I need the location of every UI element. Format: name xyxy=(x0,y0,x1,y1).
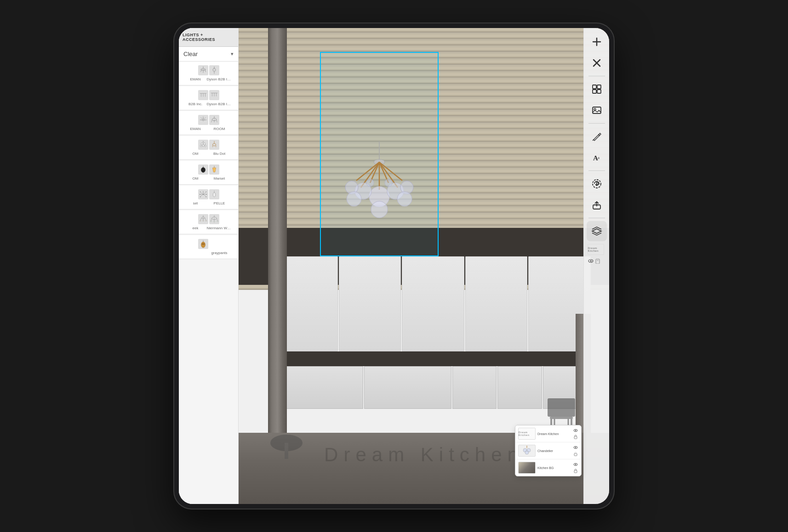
svg-point-49 xyxy=(206,192,206,192)
product-thumbnail xyxy=(209,65,219,75)
sidebar-header: LIGHTS + ACCESSORIES xyxy=(179,28,238,47)
share-button[interactable] xyxy=(587,195,607,215)
remove-button[interactable] xyxy=(587,53,607,73)
eye-icon[interactable] xyxy=(573,428,578,433)
svg-line-66 xyxy=(211,218,211,221)
eye-icon[interactable] xyxy=(573,462,578,467)
layer-item-chandelier[interactable]: Chandelier xyxy=(515,442,581,459)
filter-clear-button[interactable]: Clear ▾ xyxy=(179,47,238,62)
layer-text-preview: Dream Kitchen xyxy=(519,431,535,436)
svg-point-38 xyxy=(201,168,205,173)
product-thumbnail xyxy=(209,90,219,100)
svg-line-42 xyxy=(200,192,202,194)
list-item[interactable]: EMAN ROOM xyxy=(179,111,238,135)
item-brand-right: graypants xyxy=(207,251,232,255)
layer-eye-icon[interactable] xyxy=(587,257,607,265)
layer-item-kitchen[interactable]: Kitchen BG xyxy=(515,459,581,476)
lower-cabinets xyxy=(276,366,587,409)
text-button[interactable]: A a xyxy=(587,147,607,168)
product-thumbnail xyxy=(209,239,219,249)
svg-rect-125 xyxy=(574,436,577,439)
svg-rect-108 xyxy=(593,90,596,93)
chevron-down-icon: ▾ xyxy=(231,51,234,57)
svg-point-69 xyxy=(210,221,211,222)
layer-thumbnail: Dream Kitchen xyxy=(518,428,536,440)
svg-line-58 xyxy=(200,218,201,220)
toolbar-divider xyxy=(588,170,605,171)
list-item[interactable]: EMAN Dyson B2B Inc. xyxy=(179,62,238,85)
product-thumbnail xyxy=(198,115,208,125)
svg-rect-109 xyxy=(597,90,601,93)
svg-line-46 xyxy=(200,195,202,197)
svg-line-59 xyxy=(205,218,206,220)
product-thumbnail xyxy=(209,189,219,199)
unlock-icon[interactable] xyxy=(573,451,578,457)
add-button[interactable] xyxy=(587,32,607,52)
lock-icon[interactable] xyxy=(573,468,578,474)
svg-rect-110 xyxy=(593,107,601,113)
svg-line-43 xyxy=(204,192,206,194)
layer-item-text[interactable]: Dream Kitchen Dream Kitchen xyxy=(515,425,581,442)
svg-rect-76 xyxy=(550,417,573,419)
item-brand-left: OM xyxy=(185,176,206,181)
svg-line-26 xyxy=(216,119,217,122)
grid-view-button[interactable] xyxy=(587,79,607,99)
cabinet-door xyxy=(465,256,527,351)
counter-top xyxy=(276,351,587,366)
item-brand-right: Niermann We... xyxy=(207,226,232,230)
item-brand-right: PELLE xyxy=(207,201,232,205)
cabinet-door xyxy=(339,256,401,351)
tablet-screen: LIGHTS + ACCESSORIES Clear ▾ xyxy=(179,28,609,504)
svg-point-124 xyxy=(575,430,576,431)
layer-item[interactable]: Dream Kitchen xyxy=(587,243,607,256)
layer-controls xyxy=(573,428,578,440)
layers-panel: Dream Kitchen Dream Kitchen xyxy=(515,425,582,476)
list-item[interactable]: graypants xyxy=(179,235,238,259)
image-button[interactable] xyxy=(587,100,607,120)
lock-icon[interactable] xyxy=(573,434,578,440)
cabinet-door xyxy=(452,366,497,409)
svg-point-32 xyxy=(204,145,206,147)
layers-panel-items: Dream Kitchen xyxy=(587,243,607,265)
list-item[interactable]: OM Marset xyxy=(179,161,238,185)
svg-point-74 xyxy=(201,243,205,245)
eye-icon[interactable] xyxy=(573,445,578,450)
item-brand-left: EMAN xyxy=(185,127,206,131)
toolbar-divider xyxy=(588,76,605,76)
svg-point-129 xyxy=(525,451,529,454)
product-thumbnail xyxy=(209,140,219,150)
item-brand-right: Dyson B2B Inc. xyxy=(207,77,232,81)
item-brand-right: ROOM xyxy=(207,127,232,131)
list-item[interactable]: B2B Inc. Dyson B2B Inc. xyxy=(179,86,238,110)
list-item[interactable]: OM Blu Dot xyxy=(179,136,238,160)
product-thumbnail xyxy=(198,90,208,100)
product-thumbnail xyxy=(209,214,219,224)
svg-point-71 xyxy=(213,221,215,222)
svg-rect-132 xyxy=(574,453,577,456)
layer-label: Kitchen BG xyxy=(537,466,571,470)
svg-text:a: a xyxy=(598,155,600,160)
svg-line-21 xyxy=(204,118,206,119)
svg-rect-107 xyxy=(597,85,601,89)
svg-line-20 xyxy=(200,118,202,119)
product-thumbnail xyxy=(198,214,208,224)
draw-button[interactable] xyxy=(587,126,607,147)
download-button[interactable] xyxy=(587,174,607,194)
product-thumbnail xyxy=(198,239,208,249)
item-brand-left xyxy=(185,251,206,255)
cabinet-door xyxy=(364,366,451,409)
svg-rect-75 xyxy=(548,398,575,417)
layer-thumbnail xyxy=(518,445,536,457)
svg-point-53 xyxy=(206,197,206,198)
svg-rect-82 xyxy=(285,443,288,459)
product-thumbnail xyxy=(198,164,208,175)
layer-label: Chandelier xyxy=(537,449,571,453)
list-item[interactable]: eek Niermann We... xyxy=(179,210,238,234)
list-item[interactable]: set PELLE xyxy=(179,186,238,209)
svg-point-120 xyxy=(590,260,591,262)
svg-point-31 xyxy=(200,145,202,147)
layers-button[interactable] xyxy=(587,221,607,241)
item-brand-left: EMAN xyxy=(185,77,206,81)
product-thumbnail xyxy=(198,140,208,150)
cabinet-door xyxy=(497,366,542,409)
